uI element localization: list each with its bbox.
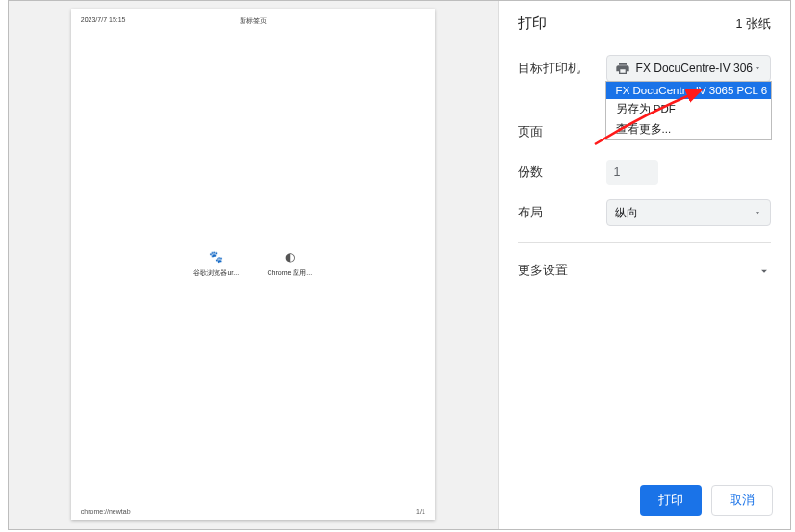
preview-footer-url: chrome://newtab [81,508,131,515]
paw-icon: 🐾 [209,249,223,265]
layout-selected-text: 纵向 [615,205,638,221]
preview-shortcut: 🐾 谷歌浏览器ur... [191,249,243,278]
destination-option[interactable]: 另存为 PDF [606,99,771,119]
destination-option[interactable]: 查看更多... [606,119,771,139]
printer-icon [615,61,630,76]
chevron-down-icon [757,265,771,278]
control-layout: 纵向 [606,199,771,226]
preview-pane: 2023/7/7 15:15 新标签页 🐾 谷歌浏览器ur... ◐ Chrom… [9,1,498,529]
shortcut-label: 谷歌浏览器ur... [191,268,243,278]
preview-shortcut: ◐ Chrome 应用... [264,249,316,278]
destination-option[interactable]: FX DocuCentre-IV 3065 PCL 6 [606,82,771,99]
more-settings-label: 更多设置 [518,263,568,279]
cancel-button[interactable]: 取消 [711,485,773,516]
label-pages: 页面 [518,124,606,140]
dialog-title: 打印 [518,14,547,33]
control-destination: FX DocuCentre-IV 306 FX DocuCentre-IV 30… [606,55,771,82]
row-layout: 布局 纵向 [518,196,771,229]
shortcut-label: Chrome 应用... [264,268,316,278]
row-copies: 份数 [518,156,771,189]
control-copies [606,160,771,185]
layout-select[interactable]: 纵向 [606,199,771,226]
print-dialog: 2023/7/7 15:15 新标签页 🐾 谷歌浏览器ur... ◐ Chrom… [8,0,791,530]
settings-pane: 打印 1 张纸 目标打印机 FX DocuCentre-IV 306 FX [498,1,790,529]
destination-select[interactable]: FX DocuCentre-IV 306 [606,55,771,82]
label-copies: 份数 [518,165,606,181]
destination-selected-text: FX DocuCentre-IV 306 [636,62,753,75]
sheet-count: 1 张纸 [736,16,771,33]
caret-down-icon [753,63,762,73]
settings-body: 目标打印机 FX DocuCentre-IV 306 FX DocuCentre… [499,52,790,285]
print-button[interactable]: 打印 [640,485,702,516]
more-settings-toggle[interactable]: 更多设置 [518,257,771,285]
caret-down-icon [753,208,762,217]
destination-dropdown: FX DocuCentre-IV 3065 PCL 6 另存为 PDF 查看更多… [605,81,772,140]
label-destination: 目标打印机 [518,61,606,77]
preview-content: 🐾 谷歌浏览器ur... ◐ Chrome 应用... [71,249,435,278]
preview-page-title: 新标签页 [71,16,435,26]
dialog-footer: 打印 取消 [499,475,790,529]
copies-input[interactable] [606,160,658,185]
apps-icon: ◐ [285,249,295,265]
preview-page: 2023/7/7 15:15 新标签页 🐾 谷歌浏览器ur... ◐ Chrom… [71,9,435,520]
divider [518,242,771,243]
preview-footer-pagenum: 1/1 [416,508,425,515]
settings-header: 打印 1 张纸 [499,1,790,52]
label-layout: 布局 [518,205,606,221]
row-destination: 目标打印机 FX DocuCentre-IV 306 FX DocuCentre… [518,52,771,85]
